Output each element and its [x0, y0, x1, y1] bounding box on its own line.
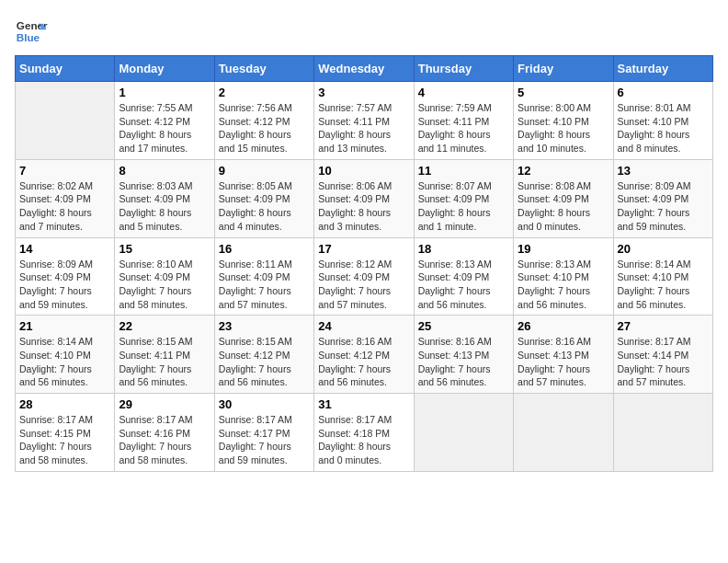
week-row-5: 28Sunrise: 8:17 AM Sunset: 4:15 PM Dayli… — [16, 394, 713, 472]
day-info: Sunrise: 8:14 AM Sunset: 4:10 PM Dayligh… — [618, 258, 709, 312]
column-header-thursday: Thursday — [414, 56, 513, 82]
svg-text:Blue: Blue — [17, 31, 40, 43]
column-header-tuesday: Tuesday — [214, 56, 313, 82]
logo: General Blue — [15, 15, 51, 48]
day-info: Sunrise: 7:55 AM Sunset: 4:12 PM Dayligh… — [119, 101, 210, 155]
calendar-cell: 16Sunrise: 8:11 AM Sunset: 4:09 PM Dayli… — [214, 237, 313, 316]
calendar-cell: 21Sunrise: 8:14 AM Sunset: 4:10 PM Dayli… — [16, 316, 115, 394]
calendar-cell: 11Sunrise: 8:07 AM Sunset: 4:09 PM Dayli… — [414, 159, 513, 237]
calendar-cell — [514, 394, 613, 472]
day-info: Sunrise: 8:09 AM Sunset: 4:09 PM Dayligh… — [618, 179, 709, 234]
calendar-cell: 31Sunrise: 8:17 AM Sunset: 4:18 PM Dayli… — [314, 394, 414, 472]
day-number: 6 — [618, 86, 709, 99]
day-info: Sunrise: 7:57 AM Sunset: 4:11 PM Dayligh… — [318, 101, 409, 155]
calendar-cell: 10Sunrise: 8:06 AM Sunset: 4:09 PM Dayli… — [314, 159, 414, 237]
calendar-cell: 14Sunrise: 8:09 AM Sunset: 4:09 PM Dayli… — [16, 237, 115, 316]
calendar-cell: 18Sunrise: 8:13 AM Sunset: 4:09 PM Dayli… — [414, 237, 513, 316]
day-info: Sunrise: 8:12 AM Sunset: 4:09 PM Dayligh… — [318, 258, 409, 312]
day-info: Sunrise: 8:16 AM Sunset: 4:13 PM Dayligh… — [418, 335, 509, 389]
calendar-cell: 29Sunrise: 8:17 AM Sunset: 4:16 PM Dayli… — [115, 394, 214, 472]
day-info: Sunrise: 8:03 AM Sunset: 4:09 PM Dayligh… — [119, 179, 210, 234]
day-number: 11 — [418, 164, 509, 178]
day-info: Sunrise: 8:11 AM Sunset: 4:09 PM Dayligh… — [219, 258, 310, 312]
day-number: 1 — [119, 86, 210, 99]
day-info: Sunrise: 8:16 AM Sunset: 4:12 PM Dayligh… — [318, 335, 409, 389]
calendar-cell: 7Sunrise: 8:02 AM Sunset: 4:09 PM Daylig… — [16, 159, 115, 237]
calendar-cell: 5Sunrise: 8:00 AM Sunset: 4:10 PM Daylig… — [514, 82, 613, 160]
day-info: Sunrise: 8:09 AM Sunset: 4:09 PM Dayligh… — [19, 258, 110, 312]
day-number: 8 — [119, 164, 210, 178]
day-info: Sunrise: 8:13 AM Sunset: 4:09 PM Dayligh… — [418, 258, 509, 312]
day-number: 10 — [318, 164, 409, 178]
day-info: Sunrise: 8:15 AM Sunset: 4:12 PM Dayligh… — [219, 335, 310, 389]
calendar-cell: 1Sunrise: 7:55 AM Sunset: 4:12 PM Daylig… — [115, 82, 214, 160]
day-number: 25 — [418, 319, 509, 333]
calendar-cell: 4Sunrise: 7:59 AM Sunset: 4:11 PM Daylig… — [414, 82, 513, 160]
day-info: Sunrise: 8:17 AM Sunset: 4:17 PM Dayligh… — [219, 413, 310, 467]
day-number: 30 — [219, 397, 310, 411]
day-info: Sunrise: 8:14 AM Sunset: 4:10 PM Dayligh… — [19, 335, 110, 389]
day-number: 29 — [119, 397, 210, 411]
calendar-cell: 3Sunrise: 7:57 AM Sunset: 4:11 PM Daylig… — [314, 82, 414, 160]
column-header-wednesday: Wednesday — [314, 56, 414, 82]
logo-icon: General Blue — [15, 15, 48, 48]
week-row-2: 7Sunrise: 8:02 AM Sunset: 4:09 PM Daylig… — [16, 159, 713, 237]
calendar-cell: 25Sunrise: 8:16 AM Sunset: 4:13 PM Dayli… — [414, 316, 513, 394]
day-info: Sunrise: 8:07 AM Sunset: 4:09 PM Dayligh… — [418, 179, 509, 234]
calendar-cell: 24Sunrise: 8:16 AM Sunset: 4:12 PM Dayli… — [314, 316, 414, 394]
day-number: 31 — [318, 397, 409, 411]
day-info: Sunrise: 8:06 AM Sunset: 4:09 PM Dayligh… — [318, 179, 409, 234]
day-number: 22 — [119, 319, 210, 333]
day-number: 4 — [418, 86, 509, 99]
page-header: General Blue — [15, 15, 713, 48]
day-info: Sunrise: 7:59 AM Sunset: 4:11 PM Dayligh… — [418, 101, 509, 155]
day-number: 14 — [19, 242, 110, 256]
column-header-friday: Friday — [514, 56, 613, 82]
day-info: Sunrise: 8:10 AM Sunset: 4:09 PM Dayligh… — [119, 258, 210, 312]
calendar-cell: 30Sunrise: 8:17 AM Sunset: 4:17 PM Dayli… — [214, 394, 313, 472]
day-number: 2 — [219, 86, 310, 99]
week-row-3: 14Sunrise: 8:09 AM Sunset: 4:09 PM Dayli… — [16, 237, 713, 316]
day-number: 26 — [518, 319, 609, 333]
calendar-cell: 20Sunrise: 8:14 AM Sunset: 4:10 PM Dayli… — [613, 237, 712, 316]
calendar-cell: 23Sunrise: 8:15 AM Sunset: 4:12 PM Dayli… — [214, 316, 313, 394]
day-info: Sunrise: 8:08 AM Sunset: 4:09 PM Dayligh… — [518, 179, 609, 234]
day-number: 5 — [518, 86, 609, 99]
day-info: Sunrise: 8:05 AM Sunset: 4:09 PM Dayligh… — [219, 179, 310, 234]
day-number: 17 — [318, 242, 409, 256]
day-info: Sunrise: 8:13 AM Sunset: 4:10 PM Dayligh… — [518, 258, 609, 312]
calendar-cell: 8Sunrise: 8:03 AM Sunset: 4:09 PM Daylig… — [115, 159, 214, 237]
day-number: 7 — [19, 164, 110, 178]
calendar-cell: 6Sunrise: 8:01 AM Sunset: 4:10 PM Daylig… — [613, 82, 712, 160]
day-info: Sunrise: 8:17 AM Sunset: 4:16 PM Dayligh… — [119, 413, 210, 467]
day-info: Sunrise: 8:15 AM Sunset: 4:11 PM Dayligh… — [119, 335, 210, 389]
day-number: 9 — [219, 164, 310, 178]
calendar-cell: 27Sunrise: 8:17 AM Sunset: 4:14 PM Dayli… — [613, 316, 712, 394]
day-number: 16 — [219, 242, 310, 256]
day-number: 19 — [518, 242, 609, 256]
column-header-sunday: Sunday — [16, 56, 115, 82]
day-number: 20 — [618, 242, 709, 256]
day-number: 18 — [418, 242, 509, 256]
week-row-4: 21Sunrise: 8:14 AM Sunset: 4:10 PM Dayli… — [16, 316, 713, 394]
day-number: 15 — [119, 242, 210, 256]
day-info: Sunrise: 8:02 AM Sunset: 4:09 PM Dayligh… — [19, 179, 110, 234]
calendar-cell: 17Sunrise: 8:12 AM Sunset: 4:09 PM Dayli… — [314, 237, 414, 316]
calendar-cell: 2Sunrise: 7:56 AM Sunset: 4:12 PM Daylig… — [214, 82, 313, 160]
day-number: 28 — [19, 397, 110, 411]
calendar-cell: 15Sunrise: 8:10 AM Sunset: 4:09 PM Dayli… — [115, 237, 214, 316]
day-info: Sunrise: 8:17 AM Sunset: 4:15 PM Dayligh… — [19, 413, 110, 467]
day-number: 24 — [318, 319, 409, 333]
day-number: 23 — [219, 319, 310, 333]
calendar-table: SundayMondayTuesdayWednesdayThursdayFrid… — [15, 55, 713, 472]
calendar-cell: 22Sunrise: 8:15 AM Sunset: 4:11 PM Dayli… — [115, 316, 214, 394]
day-info: Sunrise: 8:16 AM Sunset: 4:13 PM Dayligh… — [518, 335, 609, 389]
day-info: Sunrise: 8:17 AM Sunset: 4:18 PM Dayligh… — [318, 413, 409, 467]
day-info: Sunrise: 8:17 AM Sunset: 4:14 PM Dayligh… — [618, 335, 709, 389]
week-row-1: 1Sunrise: 7:55 AM Sunset: 4:12 PM Daylig… — [16, 82, 713, 160]
day-info: Sunrise: 8:01 AM Sunset: 4:10 PM Dayligh… — [618, 101, 709, 155]
day-info: Sunrise: 8:00 AM Sunset: 4:10 PM Dayligh… — [518, 101, 609, 155]
day-number: 21 — [19, 319, 110, 333]
calendar-cell — [613, 394, 712, 472]
calendar-cell: 26Sunrise: 8:16 AM Sunset: 4:13 PM Dayli… — [514, 316, 613, 394]
